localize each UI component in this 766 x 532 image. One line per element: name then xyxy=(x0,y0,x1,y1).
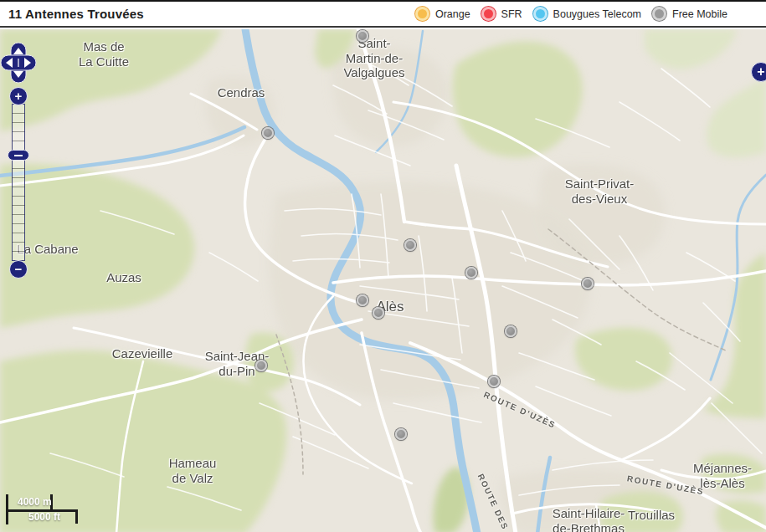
results-count-title: 11 Antennes Trouvées xyxy=(8,7,144,21)
pan-center-divider xyxy=(18,59,18,67)
legend-item-orange: Orange xyxy=(415,7,470,21)
antenna-marker[interactable] xyxy=(255,360,267,371)
pan-control xyxy=(0,42,37,84)
expand-control-button[interactable]: + xyxy=(751,62,766,82)
legend-item-free-mobile: Free Mobile xyxy=(652,7,727,21)
scale-imperial-label: 5000 ft xyxy=(28,511,60,523)
antenna-marker[interactable] xyxy=(373,307,384,319)
legend-label: SFR xyxy=(501,8,522,20)
place-label: Trouillas xyxy=(628,508,675,523)
zoom-slider-handle[interactable] xyxy=(8,150,29,161)
place-label: Saint-Martin-de-Valgalgues xyxy=(343,36,404,80)
scale-tick-imperial xyxy=(75,509,78,524)
legend-item-bouygues-telecom: Bouygues Telecom xyxy=(533,7,641,21)
antenna-marker[interactable] xyxy=(357,294,368,306)
operator-legend: OrangeSFRBouygues TelecomFree Mobile xyxy=(415,7,766,21)
legend-item-sfr: SFR xyxy=(481,7,522,21)
place-label: Saint-Hilaire-de-Brethmas xyxy=(553,506,625,532)
antenna-marker[interactable] xyxy=(404,239,416,251)
place-label: Cazevieille xyxy=(112,346,173,361)
zoom-out-button[interactable]: − xyxy=(9,260,28,279)
map[interactable]: Mas deLa CuitteCendrasSaint-Martin-de-Va… xyxy=(0,29,766,532)
place-label: Mas deLa Cuitte xyxy=(79,39,129,69)
place-label: Saint-Privat-des-Vieux xyxy=(565,176,635,206)
antenna-marker[interactable] xyxy=(357,30,368,42)
scale-metric-label: 4000 m xyxy=(18,496,52,508)
antenna-marker[interactable] xyxy=(488,376,500,387)
antenna-marker[interactable] xyxy=(465,267,477,279)
place-label: La Cabane xyxy=(17,242,78,257)
place-label: Méjannes-lès-Alès xyxy=(693,461,752,490)
sfr-marker-icon xyxy=(481,7,496,21)
zoom-in-button[interactable]: + xyxy=(9,87,28,105)
scale-bar: 4000 m 5000 ft xyxy=(6,494,83,528)
zoom-slider-track[interactable] xyxy=(12,104,25,261)
antenna-marker[interactable] xyxy=(505,325,517,337)
antenna-marker[interactable] xyxy=(262,127,274,139)
legend-label: Orange xyxy=(435,8,470,20)
results-header: 11 Antennes Trouvées OrangeSFRBouygues T… xyxy=(0,2,766,28)
antenna-map-app: 11 Antennes Trouvées OrangeSFRBouygues T… xyxy=(0,0,766,532)
antenna-marker[interactable] xyxy=(582,278,594,289)
bouygues-telecom-marker-icon xyxy=(533,7,548,21)
place-label: Cendras xyxy=(218,85,265,100)
orange-marker-icon xyxy=(415,7,429,21)
place-label: Auzas xyxy=(106,270,141,285)
antenna-marker[interactable] xyxy=(395,428,407,440)
place-label: Hameaude Valz xyxy=(169,456,217,485)
free-mobile-marker-icon xyxy=(652,7,666,21)
legend-label: Bouygues Telecom xyxy=(553,8,641,20)
legend-label: Free Mobile xyxy=(672,8,727,20)
